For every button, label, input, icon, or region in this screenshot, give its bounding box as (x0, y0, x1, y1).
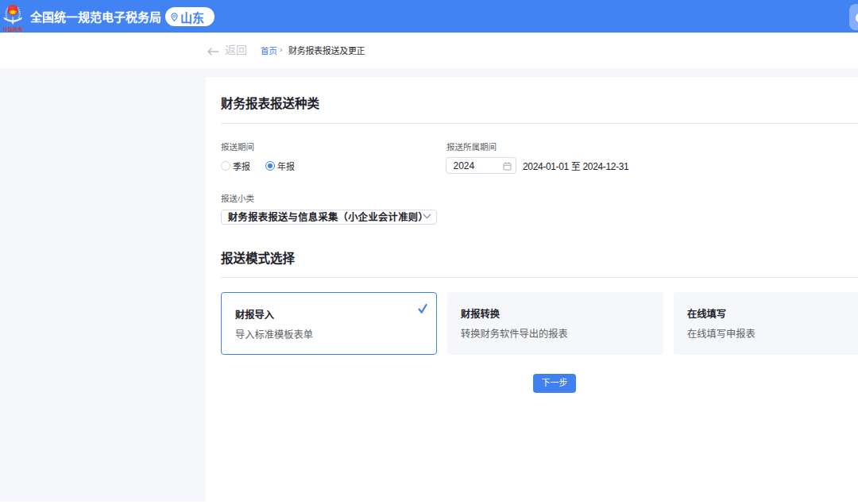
svg-text:中国税务: 中国税务 (3, 26, 24, 33)
